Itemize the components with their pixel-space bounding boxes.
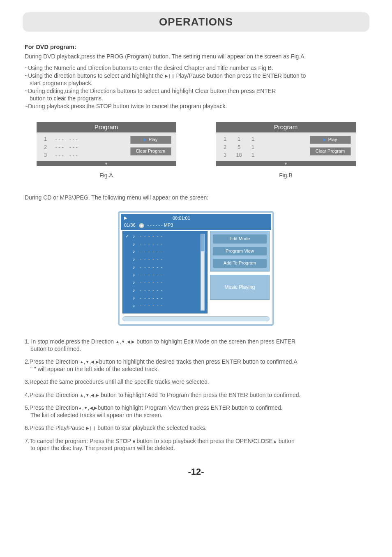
note-icon: ♪ xyxy=(133,280,138,285)
track-row: ♪- - - - - - xyxy=(125,257,199,262)
program-view-button[interactable]: Program View xyxy=(213,247,267,256)
track-row: ♪- - - - - - xyxy=(125,272,199,278)
play-label: Play xyxy=(328,137,337,143)
track-name: - - - - - - xyxy=(140,241,163,247)
figures-row: Program 1- - -- - - 2- - -- - - 3- - -- … xyxy=(25,122,367,179)
down-icon: ▼ xyxy=(84,406,88,410)
mp3-track-list: ✓♪- - - - - - ♪- - - - - - ♪- - - - - - … xyxy=(122,231,208,314)
music-playing-label: Music Playing xyxy=(213,284,267,290)
track-name: - - - - - - xyxy=(140,249,163,255)
bullet-3: ~During editing,using the Directions but… xyxy=(25,88,367,102)
mp3-counter: 01/36 xyxy=(124,223,136,228)
scrollbar[interactable] xyxy=(201,234,205,311)
track-name: - - - - - - xyxy=(140,288,163,293)
left-icon: ◀ xyxy=(127,339,130,344)
mp3-menu-box: Edit Mode Program View Add To Program xyxy=(210,231,270,272)
down-icon: ▼ xyxy=(121,339,125,344)
page-number: -12- xyxy=(25,466,367,478)
left-icon: ◀ xyxy=(90,406,93,410)
program-buttons-b: Play Clear Program xyxy=(310,136,351,160)
program-box-a: Program 1- - -- - - 2- - -- - - 3- - -- … xyxy=(37,122,176,167)
bullet-4: ~During playback,press the STOP button t… xyxy=(25,103,367,110)
dvd-intro: During DVD playback,press the PROG (Prog… xyxy=(25,53,367,60)
track-name: - - - - - - xyxy=(140,234,163,239)
track-name: - - - - - - xyxy=(140,296,163,301)
track-name: - - - - - - xyxy=(140,280,163,285)
program-row: 2- - -- - - xyxy=(42,144,78,151)
track-row: ♪- - - - - - xyxy=(125,280,199,285)
track-row: ♪- - - - - - xyxy=(125,249,199,255)
step-7: 7.To cancel the program: Press the STOP … xyxy=(25,438,367,452)
note-icon: ♪ xyxy=(133,265,138,270)
play-icon xyxy=(323,138,326,142)
left-icon: ◀ xyxy=(91,393,94,397)
music-playing-box: Music Playing xyxy=(210,275,270,300)
track-name: - - - - - - xyxy=(140,265,163,270)
figure-b: Program 111 251 3181 Play Clear Program … xyxy=(204,122,367,179)
play-button[interactable]: Play xyxy=(130,136,171,144)
track-name: - - - - - - xyxy=(140,272,163,278)
bullet-3a: ~During editing,using the Directions but… xyxy=(25,88,276,94)
bullet-1: ~Using the Numeric and Direction buttons… xyxy=(25,65,367,72)
mp3-body: ✓♪- - - - - - ♪- - - - - - ♪- - - - - - … xyxy=(121,230,271,316)
program-row: 111 xyxy=(221,136,257,142)
up-icon: ▲ xyxy=(80,360,84,364)
bullet-2: ~Using the direction buttons to select a… xyxy=(25,72,367,87)
up-icon: ▲ xyxy=(78,406,82,410)
left-icon: ◀ xyxy=(91,360,94,364)
track-row: ✓♪- - - - - - xyxy=(125,234,199,239)
mp3-panel: ▶ 00:01:01 01/36 - - - - - - MP3 ✓♪- - -… xyxy=(118,211,274,326)
page-title: OPERATIONS xyxy=(23,16,369,28)
dvd-section-title: For DVD program: xyxy=(25,43,367,51)
cd-intro: During CD or MP3/JPEG. The following men… xyxy=(25,194,367,202)
figure-b-caption: Fig.B xyxy=(204,172,367,179)
note-icon: ♪ xyxy=(133,295,138,301)
up-icon: ▲ xyxy=(80,393,84,397)
step-2: 2.Press the Direction ▲,▼,◀,▶button to h… xyxy=(25,358,367,373)
note-icon: ♪ xyxy=(133,272,138,278)
clear-program-button[interactable]: Clear Program xyxy=(130,147,171,155)
step-4: 4.Press the Direction ▲,▼,◀,▶ button to … xyxy=(25,392,367,399)
program-row: 251 xyxy=(221,144,257,151)
clear-program-button[interactable]: Clear Program xyxy=(310,147,351,155)
program-row: 3181 xyxy=(221,152,257,158)
edit-mode-button[interactable]: Edit Mode xyxy=(213,234,267,244)
figure-a: Program 1- - -- - - 2- - -- - - 3- - -- … xyxy=(25,122,188,179)
add-to-program-button[interactable]: Add To Program xyxy=(213,259,267,268)
note-icon: ♪ xyxy=(133,288,138,293)
program-buttons-a: Play Clear Program xyxy=(130,136,171,160)
clear-label: Clear Program xyxy=(316,149,345,154)
program-footer-b: ▼ xyxy=(216,161,356,166)
program-body-b: 111 251 3181 Play Clear Program xyxy=(216,132,356,161)
step-3: 3.Repeat the same procedures until all t… xyxy=(25,378,367,386)
bullet-3b: button to clear the programs. xyxy=(25,95,367,102)
play-button[interactable]: Play xyxy=(310,136,351,144)
note-icon: ♪ xyxy=(133,249,138,255)
track-name: - - - - - - xyxy=(140,303,163,309)
steps-list: 1. In stop mode,press the Direction ▲,▼,… xyxy=(25,338,367,452)
down-icon: ▼ xyxy=(85,393,90,397)
page-header: OPERATIONS xyxy=(23,12,369,32)
note-icon: ♪ xyxy=(133,234,138,239)
program-row: 1- - -- - - xyxy=(42,136,78,142)
note-icon: ♪ xyxy=(133,257,138,262)
disc-icon xyxy=(139,223,144,228)
bullet-2b: Play/Pause button then press the ENTER b… xyxy=(175,72,306,79)
eject-icon: ▲ xyxy=(273,439,277,443)
mp3-format: - - - - - - MP3 xyxy=(148,223,173,228)
track-row: ♪- - - - - - xyxy=(125,241,199,247)
step-1: 1. In stop mode,press the Direction ▲,▼,… xyxy=(25,338,367,353)
program-rows-b: 111 251 3181 xyxy=(221,136,257,160)
bullet-2a: ~Using the direction buttons to select a… xyxy=(25,72,165,79)
scroll-thumb[interactable] xyxy=(201,234,204,251)
play-label: Play xyxy=(149,137,157,143)
down-icon: ▼ xyxy=(85,360,90,364)
play-icon: ▶ xyxy=(124,216,127,221)
note-icon: ♪ xyxy=(133,241,138,247)
program-header-a: Program xyxy=(37,122,176,133)
program-header-b: Program xyxy=(216,122,356,133)
program-footer-a: ▼ xyxy=(37,161,176,166)
program-row: 3- - -- - - xyxy=(42,152,78,158)
step-6: 6.Press the Play/Pause ▶❙❙ button to sta… xyxy=(25,425,367,432)
track-row: ♪- - - - - - xyxy=(125,295,199,301)
